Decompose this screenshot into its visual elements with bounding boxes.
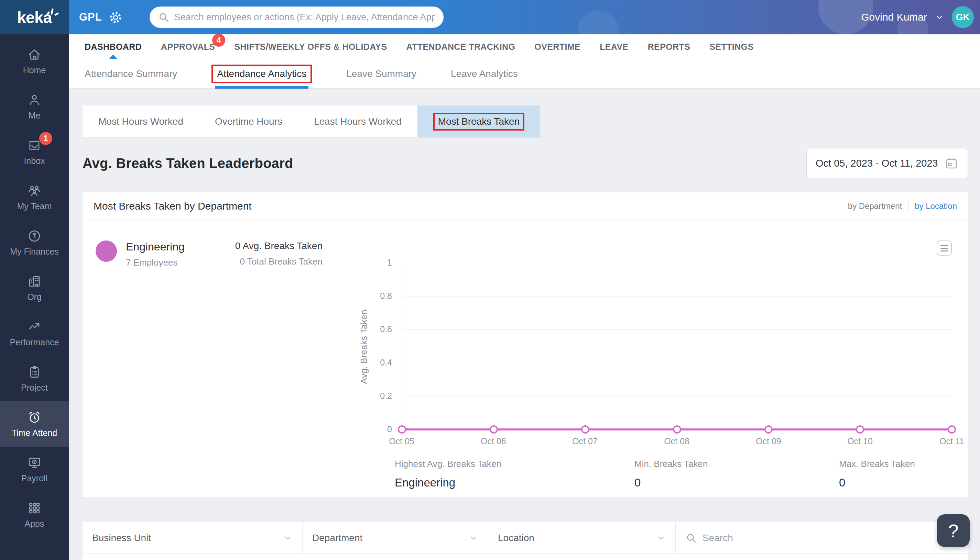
subnav-leave-analytics[interactable]: Leave Analytics (451, 59, 518, 88)
sidebar-item-label: Apps (25, 519, 44, 529)
annotation-box: Most Breaks Taken (433, 113, 525, 130)
department-dropdown[interactable]: Department (303, 522, 488, 553)
location-dropdown[interactable]: Location (488, 522, 676, 553)
nav-tab-leave[interactable]: LEAVE (600, 34, 629, 59)
sidebar-item-my-finances[interactable]: ₹ My Finances (0, 220, 69, 265)
nav-tab-shifts[interactable]: SHIFTS/WEEKLY OFFS & HOLIDAYS (234, 34, 387, 59)
stat-min-breaks: Min. Breaks Taken 0 (634, 458, 707, 489)
y-tick: 1 (335, 258, 392, 268)
nav-tab-label: APPROVALS (161, 42, 215, 52)
dropdown-label: Department (312, 533, 363, 543)
search-icon (158, 11, 169, 23)
tab-label: Most Hours Worked (98, 116, 183, 127)
dropdown-label: Location (498, 533, 534, 543)
divider (908, 201, 908, 211)
org-code-label: GPL (79, 0, 102, 34)
sidebar-item-label: Time Attend (12, 428, 57, 438)
tab-least-hours-worked[interactable]: Least Hours Worked (298, 105, 418, 137)
sidebar-item-home[interactable]: Home (0, 38, 69, 84)
business-unit-dropdown[interactable]: Business Unit (82, 522, 303, 553)
view-toggle: by Department by Location (848, 201, 957, 211)
department-list-panel: Engineering 7 Employees 0 Avg. Breaks Ta… (82, 220, 335, 497)
brand-logo[interactable]: keka (0, 0, 69, 34)
rupee-coin-icon: ₹ (27, 229, 42, 243)
sidebar-item-performance[interactable]: Performance (0, 310, 69, 356)
subnav-label: Leave Summary (346, 68, 416, 79)
sidebar-item-payroll[interactable]: ₹ Payroll (0, 447, 69, 492)
nav-tab-overtime[interactable]: OVERTIME (534, 34, 580, 59)
subnav-attendance-analytics[interactable]: Attendance Analytics (211, 59, 312, 88)
nav-tab-settings[interactable]: SETTINGS (709, 34, 753, 59)
help-button[interactable]: ? (937, 514, 970, 547)
stat-label: Highest Avg. Breaks Taken (395, 458, 501, 469)
y-tick: 0.4 (335, 358, 392, 368)
global-search[interactable] (150, 7, 443, 28)
data-point[interactable] (581, 425, 589, 433)
sidebar-item-org[interactable]: Org (0, 265, 69, 310)
nav-tab-approvals[interactable]: APPROVALS 4 (161, 34, 215, 59)
data-point[interactable] (764, 425, 773, 433)
avg-breaks-value: 0 Avg. Breaks Taken (235, 240, 323, 252)
sidebar-item-inbox[interactable]: 1 Inbox (0, 129, 69, 175)
nav-tab-dashboard[interactable]: DASHBOARD (85, 34, 142, 59)
settings-gear-icon[interactable] (108, 10, 123, 25)
svg-text:₹: ₹ (33, 460, 35, 463)
nav-tab-attendance-tracking[interactable]: ATTENDANCE TRACKING (406, 34, 515, 59)
list-item-engineering[interactable]: Engineering 7 Employees 0 Avg. Breaks Ta… (95, 240, 323, 268)
tab-most-hours-worked[interactable]: Most Hours Worked (82, 105, 199, 137)
plot-area (401, 263, 952, 430)
table-search-input[interactable] (702, 533, 958, 543)
dropdown-label: Business Unit (92, 533, 151, 543)
user-menu[interactable]: Govind Kumar GK (861, 0, 974, 34)
tab-most-breaks-taken[interactable]: Most Breaks Taken (418, 105, 540, 137)
topbar: GPL Govind Kumar GK keka (0, 0, 980, 34)
search-icon (685, 532, 697, 544)
stat-value: 0 (839, 476, 915, 489)
chevron-down-icon (283, 533, 293, 543)
chevron-down-icon (935, 12, 944, 22)
analytics-tabstrip: Most Hours Worked Overtime Hours Least H… (82, 105, 540, 137)
user-name: Govind Kumar (861, 11, 927, 23)
sidebar-item-me[interactable]: Me (0, 84, 69, 129)
data-point[interactable] (948, 425, 956, 433)
team-icon (27, 183, 42, 198)
sidebar-item-label: Payroll (21, 473, 47, 483)
sidebar-item-label: My Team (17, 201, 52, 211)
data-point[interactable] (490, 425, 498, 433)
chart-menu-icon[interactable] (937, 240, 952, 256)
stat-max-breaks: Max. Breaks Taken 0 (839, 458, 915, 489)
view-by-location-link[interactable]: by Location (915, 201, 957, 211)
sidebar-item-time-attend[interactable]: Time Attend (0, 401, 69, 447)
subnav-attendance-summary[interactable]: Attendance Summary (85, 59, 177, 88)
tab-label: Least Hours Worked (314, 116, 401, 127)
subnav-leave-summary[interactable]: Leave Summary (346, 59, 416, 88)
x-tick: Oct 08 (664, 436, 689, 446)
y-tick: 0 (335, 424, 392, 434)
employee-count: 7 Employees (126, 257, 185, 268)
sidebar-item-label: Project (21, 383, 48, 393)
data-point[interactable] (673, 425, 681, 433)
data-point[interactable] (398, 425, 406, 433)
tab-overtime-hours[interactable]: Overtime Hours (199, 105, 298, 137)
logo-spark-icon (45, 5, 59, 17)
global-search-input[interactable] (174, 12, 435, 23)
svg-text:₹: ₹ (32, 232, 37, 240)
data-point[interactable] (856, 425, 864, 433)
avatar[interactable]: GK (952, 6, 974, 28)
y-tick: 0.8 (335, 291, 392, 301)
alarm-clock-icon (27, 410, 42, 425)
view-by-department[interactable]: by Department (848, 201, 902, 211)
x-tick: Oct 11 (940, 436, 964, 446)
dashboard-subnav: Attendance Summary Attendance Analytics … (69, 59, 980, 88)
date-range-picker[interactable]: Oct 05, 2023 - Oct 11, 2023 (806, 148, 968, 178)
card-title: Most Breaks Taken by Department (94, 200, 252, 212)
table-search[interactable] (676, 522, 968, 553)
sidebar-item-project[interactable]: Project (0, 356, 69, 401)
sidebar-item-my-team[interactable]: My Team (0, 175, 69, 220)
nav-tab-label: OVERTIME (534, 42, 580, 52)
subnav-label: Attendance Analytics (217, 68, 306, 79)
main-area: DASHBOARD APPROVALS 4 SHIFTS/WEEKLY OFFS… (69, 34, 980, 560)
department-name: Engineering (126, 240, 185, 253)
sidebar-item-apps[interactable]: Apps (0, 492, 69, 537)
nav-tab-reports[interactable]: REPORTS (648, 34, 691, 59)
